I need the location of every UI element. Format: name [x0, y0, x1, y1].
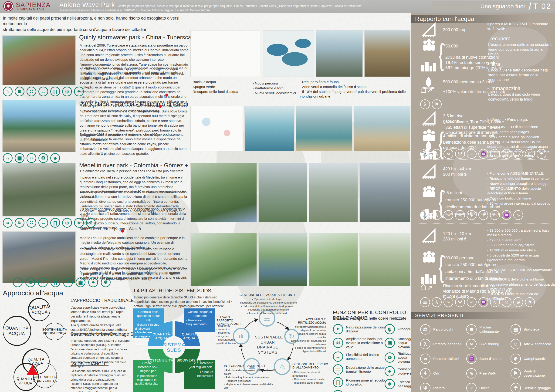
venn-sustainability-label: SOSTENIBILITÀ BIODIVERSITÀ	[42, 328, 67, 335]
item-label: Percorsi ciclabili	[433, 357, 459, 361]
cycling-icon: ∞	[420, 354, 431, 364]
list-item: - Riduzione del malfunzionamento depurat…	[233, 305, 303, 308]
people-icon	[420, 185, 438, 199]
rain-reuse-icon: ♻	[385, 352, 395, 363]
filtering-icon: ∷	[27, 87, 36, 96]
cycle-reuse-list: - Gratuità dell'approvvigionamento e ris…	[286, 322, 326, 353]
item-label: Flessibilità del bacino aumentata	[346, 353, 387, 361]
s1-people-stat: 750.000	[443, 44, 458, 49]
item-label: Free Wi-Fi	[479, 371, 496, 376]
list-item: - 429 ha di aree verdi	[487, 238, 555, 243]
beach-umbrella-item: ☂Servizio spiaggia	[511, 383, 555, 392]
restaurant-icon: Ψ	[455, 149, 465, 159]
filtering-icon: ∷	[27, 218, 36, 228]
list-item: - Riduzione inquinamento atmosferico	[224, 376, 276, 379]
pool-icon: ≋	[478, 210, 488, 220]
item-label: Ristoro	[433, 386, 445, 390]
pipes-icon: ∏	[51, 277, 60, 287]
paris-plage-sketch	[190, 106, 243, 151]
ruler-triangle-icon	[421, 111, 438, 126]
basin-flexibility-icon: ↔	[3, 153, 13, 163]
filtering-icon: ∷	[27, 153, 36, 163]
logo-subtitle: UNIVERSITÀ DI ROMA	[16, 8, 51, 11]
s1-brace: {	[438, 43, 444, 66]
medellin-highway-photo	[359, 163, 410, 222]
watersport-icon: ♒	[466, 354, 476, 364]
suds-triangle-heading: "SuDS TRIANGLE"	[71, 361, 109, 366]
item-label: Percorsi pedonali	[433, 342, 461, 346]
sapienza-crest-icon: ✶	[3, 1, 14, 11]
list-item: - Nuovi percorsi	[253, 81, 304, 86]
funzioni-subtitle: Intereventi effettuati nelle opere reali…	[333, 316, 414, 321]
donut-label-quality: QUALITÀ ACQUA	[179, 332, 200, 340]
s1-right-head: Il parco è MULTISTRATO impostato su 3 li…	[487, 22, 552, 31]
item-label: Bike sharing	[479, 342, 499, 346]
s1-area-stat: 300.000 mq	[443, 27, 465, 33]
list-item: - 11.280 m di nuova rete idrica	[487, 248, 555, 253]
s1-immagazzina-head: - immagazzina	[487, 85, 520, 92]
biodiversity-icon: ♣	[50, 153, 60, 163]
s1-activity-icons: λ⚑	[420, 99, 442, 109]
list-item: - Aumento della ricarica delle falde	[233, 312, 303, 315]
observation-award-item: ⚑Punti di osservazione	[511, 368, 555, 378]
sapienza-logo: ✶ SAPIENZA UNIVERSITÀ DI ROMA	[3, 1, 51, 11]
s2-right-list: - 1927, DIVIETO di balneazione- 2002, pr…	[487, 124, 555, 159]
list-item: - Prevenire l'inquinamento	[186, 319, 213, 326]
item-label: Punti di osservazione	[524, 369, 555, 377]
ruler-triangle-icon	[421, 228, 438, 244]
s4-ruler-stat: 120 ha - 10 km 280 milioni €	[443, 231, 471, 242]
s1-recupera-body: L'acqua piovana dalle aree circostanti v…	[488, 42, 553, 57]
list-item: - RITORNO della fauna ittica ed ornitolo…	[487, 292, 555, 301]
sheet-code: T 02	[533, 2, 551, 11]
basin-enlargement-icon: ≋	[15, 87, 24, 96]
cycle-flood-list: - Riduzione dei dissesti idrogeologici- …	[292, 370, 332, 385]
basin-enlargement-item: ≋Ampliamento bacini per evitare la corri…	[333, 337, 387, 349]
venn-quantity-label: QUANTITÀ ACQUA	[5, 326, 29, 336]
cycle-environment-head: INTEGRAZIONE AMBIENTALE	[224, 364, 270, 368]
s2-right-head: Ieri/oggi -> Paris plage:	[487, 117, 552, 122]
item-label: Piscina galleggiante	[479, 325, 509, 334]
sidebar-divider-2	[413, 160, 553, 160]
quinly-site-photo	[2, 35, 76, 85]
floating-pool-item: ≋Piscina galleggiante	[466, 324, 509, 334]
map-marker-madrid	[159, 105, 162, 108]
servizi-title: SERVIZI PRESENTI	[415, 313, 464, 318]
paris-paragraph-2: Dall'estate 2018 il progetto si è esteso…	[80, 132, 189, 156]
works-icon: ⚒	[455, 210, 465, 220]
donut-center-label: SISTEMA SUDS	[163, 336, 185, 358]
phytodepuration-item: ψFitodepurazione	[385, 324, 412, 334]
city-icon	[419, 59, 438, 73]
box-quantity-head: Controllo della quantià di runoff per:	[135, 310, 162, 322]
house-value-icon: ⌂↗	[420, 280, 432, 293]
poster-subtitle-2: Tesi in progettazione architettonica e u…	[59, 9, 425, 12]
walking-icon: λ	[420, 339, 431, 349]
list-item: - RIPOPOLAMENTO delle specie autoctone d…	[487, 186, 555, 196]
list-item: - Forme di Incentivazione e Agevolazioni…	[286, 346, 326, 353]
quinly-pond-masterplan	[263, 30, 314, 77]
rain-reuse-item: ♻Riutilizzo acqua piovana	[385, 351, 412, 363]
garden-icon: ⚘	[420, 368, 431, 378]
list-item: - Recupero flora e fauna	[300, 80, 412, 84]
list-item: - Zone verdi a controllo del flusso d'ac…	[300, 85, 412, 89]
snowflake-icon: ❄	[101, 277, 110, 287]
medellin-aerial-river-photo	[190, 163, 257, 222]
madrid-river-aerial-photo	[258, 233, 307, 286]
kayak-icon: ♒	[478, 297, 488, 307]
item-label: Riconnessione al reticolo idrografico	[346, 378, 387, 386]
house-value-icon: ⌂↗	[420, 83, 432, 95]
item-label: Naturalizzazione dei corsi d'acqua	[346, 325, 387, 333]
intro-text: In molte capitali dei paesi presenti nel…	[3, 15, 189, 32]
s1-recupera-head: - recupera	[487, 36, 511, 42]
ruler-triangle-icon	[421, 22, 438, 38]
shower-icon: ∵	[466, 383, 476, 392]
wifi-item: ∿Free Wi-Fi	[466, 368, 509, 378]
madrid-park-aerial-photo	[190, 233, 257, 286]
basin-enlargement-icon: ≋	[333, 338, 343, 348]
list-item: - RIMOZIONE delle dighe sul fiume	[487, 277, 555, 282]
servizi-column-1: ⚖Parco giochiλPercorsi pedonali∞Percorsi…	[420, 324, 469, 392]
sidebar-divider-3	[413, 224, 553, 224]
cycling-icon: ∞	[444, 297, 453, 307]
quinly-wetland-photo	[364, 30, 410, 77]
item-label: Parco giochi	[433, 327, 453, 332]
list-item: - Corridoio biotico del fiume	[487, 196, 555, 201]
